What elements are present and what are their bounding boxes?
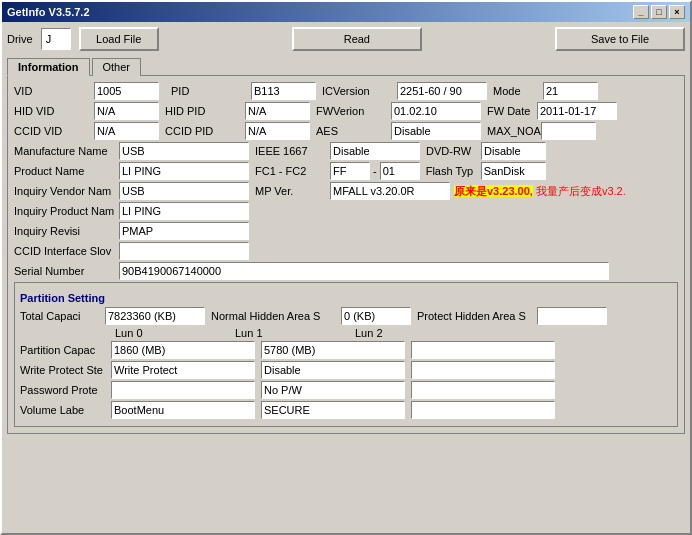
info-row-7: Inquiry Product Nam bbox=[14, 202, 678, 220]
lun2-header: Lun 2 bbox=[345, 327, 465, 339]
ccid-interface-input[interactable] bbox=[119, 242, 249, 260]
flash-type-input[interactable] bbox=[481, 162, 546, 180]
annotation-text: 我量产后变成v3.2. bbox=[536, 185, 626, 197]
lun2-write-protect-input[interactable] bbox=[411, 361, 555, 379]
lun0-password-input[interactable] bbox=[111, 381, 255, 399]
fc1-input[interactable] bbox=[330, 162, 370, 180]
fc2-input[interactable] bbox=[380, 162, 420, 180]
manufacture-name-label: Manufacture Name bbox=[14, 145, 119, 157]
inquiry-revision-input[interactable] bbox=[119, 222, 249, 240]
partition-title: Partition Setting bbox=[20, 292, 672, 304]
close-button[interactable]: × bbox=[669, 5, 685, 19]
lun-volume-row: Volume Labe bbox=[20, 401, 672, 419]
lun-headers-row: Lun 0 Lun 1 Lun 2 bbox=[20, 327, 672, 339]
aes-input[interactable] bbox=[391, 122, 481, 140]
lun1-volume-input[interactable] bbox=[261, 401, 405, 419]
mode-label: Mode bbox=[493, 85, 543, 97]
fw-date-input[interactable] bbox=[537, 102, 617, 120]
lun-password-row: Password Prote bbox=[20, 381, 672, 399]
ieee1667-input[interactable] bbox=[330, 142, 420, 160]
annotation-highlight: 原来是v3.23.00, bbox=[454, 185, 533, 197]
drive-input-box: J bbox=[41, 28, 71, 50]
minimize-button[interactable]: _ bbox=[633, 5, 649, 19]
manufacture-name-input[interactable] bbox=[119, 142, 249, 160]
fc-separator: - bbox=[373, 165, 377, 177]
hid-pid-input[interactable] bbox=[245, 102, 310, 120]
info-row-4: Manufacture Name IEEE 1667 DVD-RW bbox=[14, 142, 678, 160]
hid-pid-group: HID PID bbox=[165, 102, 310, 120]
save-to-file-button[interactable]: Save to File bbox=[555, 27, 685, 51]
lun-write-protect-row: Write Protect Ste bbox=[20, 361, 672, 379]
total-capacity-input[interactable] bbox=[105, 307, 205, 325]
info-row-5: Product Name FC1 - FC2 - Flash Typ bbox=[14, 162, 678, 180]
hid-vid-label: HID VID bbox=[14, 105, 94, 117]
serial-number-label: Serial Number bbox=[14, 265, 119, 277]
mp-ver-group: MP Ver. 原来是v3.23.00, 我量产后变成v3.2. bbox=[255, 182, 626, 200]
vid-input[interactable] bbox=[94, 82, 159, 100]
dvd-rw-input[interactable] bbox=[481, 142, 546, 160]
mode-input[interactable] bbox=[543, 82, 598, 100]
product-name-input[interactable] bbox=[119, 162, 249, 180]
ieee1667-group: IEEE 1667 bbox=[255, 142, 420, 160]
hid-pid-label: HID PID bbox=[165, 105, 245, 117]
tab-information[interactable]: Information bbox=[7, 58, 90, 76]
protect-hidden-group: Protect Hidden Area S bbox=[417, 307, 607, 325]
read-button[interactable]: Read bbox=[292, 27, 422, 51]
ccid-vid-input[interactable] bbox=[94, 122, 159, 140]
manufacture-name-group: Manufacture Name bbox=[14, 142, 249, 160]
dvd-rw-group: DVD-RW bbox=[426, 142, 546, 160]
info-row-1: VID PID ICVersion Mode bbox=[14, 82, 678, 100]
inquiry-vendor-input[interactable] bbox=[119, 182, 249, 200]
lun1-write-protect-input[interactable] bbox=[261, 361, 405, 379]
flash-type-label: Flash Typ bbox=[426, 165, 481, 177]
lun0-write-protect-input[interactable] bbox=[111, 361, 255, 379]
toolbar: Drive J Load File Read Save to File bbox=[7, 27, 685, 51]
lun0-volume-input[interactable] bbox=[111, 401, 255, 419]
protect-hidden-input[interactable] bbox=[537, 307, 607, 325]
inquiry-product-input[interactable] bbox=[119, 202, 249, 220]
lun0-partition-input[interactable] bbox=[111, 341, 255, 359]
inquiry-revision-label: Inquiry Revisi bbox=[14, 225, 119, 237]
max-noa-input[interactable] bbox=[541, 122, 596, 140]
mp-ver-input[interactable] bbox=[330, 182, 450, 200]
lun1-partition-input[interactable] bbox=[261, 341, 405, 359]
aes-label: AES bbox=[316, 125, 391, 137]
fc1-fc2-label: FC1 - FC2 bbox=[255, 165, 330, 177]
total-capacity-group: Total Capaci bbox=[20, 307, 205, 325]
maximize-button[interactable]: □ bbox=[651, 5, 667, 19]
info-row-6: Inquiry Vendor Nam MP Ver. 原来是v3.23.00, … bbox=[14, 182, 678, 200]
volume-label-group: Volume Labe bbox=[20, 401, 105, 419]
serial-number-input[interactable] bbox=[119, 262, 609, 280]
inquiry-revision-group: Inquiry Revisi bbox=[14, 222, 249, 240]
lun2-partition-input[interactable] bbox=[411, 341, 555, 359]
lun1-password-input[interactable] bbox=[261, 381, 405, 399]
fwversion-input[interactable] bbox=[391, 102, 481, 120]
load-file-button[interactable]: Load File bbox=[79, 27, 159, 51]
normal-hidden-input[interactable] bbox=[341, 307, 411, 325]
flash-type-group: Flash Typ bbox=[426, 162, 546, 180]
mode-group: Mode bbox=[493, 82, 598, 100]
vid-group: VID bbox=[14, 82, 165, 100]
inquiry-product-group: Inquiry Product Nam bbox=[14, 202, 249, 220]
fw-date-label: FW Date bbox=[487, 105, 537, 117]
ccid-pid-input[interactable] bbox=[245, 122, 310, 140]
ccid-vid-label: CCID VID bbox=[14, 125, 94, 137]
partition-capac-group: Partition Capac bbox=[20, 341, 105, 359]
pid-input[interactable] bbox=[251, 82, 316, 100]
inquiry-product-label: Inquiry Product Nam bbox=[14, 205, 119, 217]
password-protect-label: Password Prote bbox=[20, 384, 105, 396]
spacer bbox=[20, 327, 105, 339]
lun2-volume-input[interactable] bbox=[411, 401, 555, 419]
tab-other[interactable]: Other bbox=[92, 58, 142, 76]
hid-vid-input[interactable] bbox=[94, 102, 159, 120]
fc1-fc2-group: FC1 - FC2 - bbox=[255, 162, 420, 180]
partition-capac-label: Partition Capac bbox=[20, 344, 105, 356]
volume-label-label: Volume Labe bbox=[20, 404, 105, 416]
icversion-label: ICVersion bbox=[322, 85, 397, 97]
icversion-input[interactable] bbox=[397, 82, 487, 100]
ccid-vid-group: CCID VID bbox=[14, 122, 159, 140]
main-window: GetInfo V3.5.7.2 _ □ × Drive J Load File… bbox=[0, 0, 692, 535]
lun2-password-input[interactable] bbox=[411, 381, 555, 399]
product-name-group: Product Name bbox=[14, 162, 249, 180]
protect-hidden-label: Protect Hidden Area S bbox=[417, 310, 537, 322]
